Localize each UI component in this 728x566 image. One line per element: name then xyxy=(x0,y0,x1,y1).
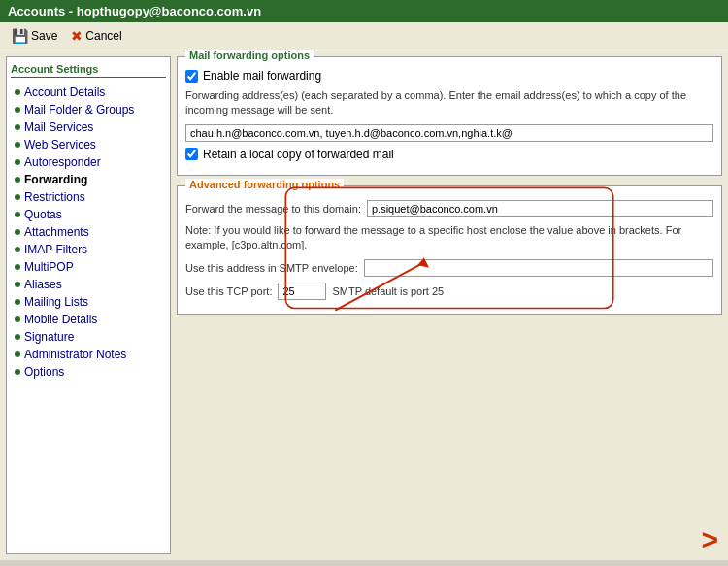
sidebar-item-mail-services[interactable]: Mail Services xyxy=(11,118,166,136)
sidebar-item-mailing-lists[interactable]: Mailing Lists xyxy=(11,293,166,311)
window-title: Accounts - hopthugopy@baconco.com.vn xyxy=(8,4,261,18)
sidebar-item-label: Quotas xyxy=(24,208,62,221)
content-area: Mail forwarding options Enable mail forw… xyxy=(177,56,722,554)
envelope-input[interactable] xyxy=(364,259,713,277)
advanced-forwarding-title: Advanced forwarding options xyxy=(185,179,344,190)
sidebar-item-imap-filters[interactable]: IMAP Filters xyxy=(11,241,166,258)
tcp-row: Use this TCP port: SMTP default is port … xyxy=(185,283,713,300)
smtp-note: SMTP default is port 25 xyxy=(332,285,444,297)
sidebar-item-options[interactable]: Options xyxy=(11,363,166,381)
advanced-note: Note: If you would like to forward the m… xyxy=(185,223,713,253)
enable-forwarding-label[interactable]: Enable mail forwarding xyxy=(203,69,321,83)
mail-forwarding-title: Mail forwarding options xyxy=(185,50,314,61)
bullet-icon xyxy=(15,194,20,200)
sidebar-item-label: Mailing Lists xyxy=(24,295,88,309)
sidebar-item-web-services[interactable]: Web Services xyxy=(11,136,166,153)
sidebar-item-label: Mail Folder & Groups xyxy=(24,103,134,117)
next-icon: > xyxy=(701,523,718,555)
sidebar-item-signature[interactable]: Signature xyxy=(11,328,166,346)
bullet-icon xyxy=(15,229,20,235)
sidebar-item-quotas[interactable]: Quotas xyxy=(11,206,166,223)
envelope-label: Use this address in SMTP envelope: xyxy=(185,262,358,274)
bullet-icon xyxy=(15,177,20,183)
sidebar-item-mobile-details[interactable]: Mobile Details xyxy=(11,311,166,328)
sidebar-item-label: MultiPOP xyxy=(24,260,74,274)
cancel-icon: ✖ xyxy=(71,28,83,44)
retain-copy-checkbox[interactable] xyxy=(185,148,198,160)
bullet-icon xyxy=(15,89,20,95)
retain-copy-row: Retain a local copy of forwarded mail xyxy=(185,148,713,161)
envelope-row: Use this address in SMTP envelope: xyxy=(185,259,713,277)
sidebar-item-label: Web Services xyxy=(24,138,96,151)
bullet-icon xyxy=(15,124,20,130)
domain-label: Forward the message to this domain: xyxy=(185,203,361,215)
bullet-icon xyxy=(15,369,20,375)
toolbar: 💾 Save ✖ Cancel xyxy=(0,22,728,50)
sidebar-item-label: Mobile Details xyxy=(24,313,97,326)
sidebar-item-mail-folder-&-groups[interactable]: Mail Folder & Groups xyxy=(11,101,166,118)
save-icon: 💾 xyxy=(12,28,28,44)
sidebar-item-autoresponder[interactable]: Autoresponder xyxy=(11,153,166,171)
domain-row: Forward the message to this domain: xyxy=(185,200,713,217)
sidebar-item-multipop[interactable]: MultiPOP xyxy=(11,258,166,276)
forwarding-addresses-input[interactable] xyxy=(185,124,713,142)
sidebar-title: Account Settings xyxy=(11,63,166,78)
bullet-icon xyxy=(15,159,20,165)
bullet-icon xyxy=(15,334,20,340)
mail-forwarding-section: Mail forwarding options Enable mail forw… xyxy=(177,56,722,176)
sidebar-item-label: Mail Services xyxy=(24,120,93,134)
sidebar-item-label: Aliases xyxy=(24,278,62,291)
sidebar-item-account-details[interactable]: Account Details xyxy=(11,83,166,101)
tcp-label: Use this TCP port: xyxy=(185,285,272,297)
sidebar-item-label: Administrator Notes xyxy=(24,348,126,361)
advanced-forwarding-section: Advanced forwarding options Forward the … xyxy=(177,185,722,315)
sidebar-item-label: Forwarding xyxy=(24,173,87,186)
save-button[interactable]: 💾 Save xyxy=(8,26,61,46)
bullet-icon xyxy=(15,351,20,357)
bullet-icon xyxy=(15,299,20,305)
main-area: Account Settings Account DetailsMail Fol… xyxy=(0,50,728,560)
next-button[interactable]: > xyxy=(701,523,718,556)
bullet-icon xyxy=(15,212,20,217)
cancel-label: Cancel xyxy=(85,29,121,43)
bullet-icon xyxy=(15,264,20,270)
bullet-icon xyxy=(15,316,20,322)
bullet-icon xyxy=(15,247,20,252)
sidebar-item-label: Attachments xyxy=(24,225,89,239)
sidebar-item-label: Options xyxy=(24,365,64,379)
sidebar-item-label: Autoresponder xyxy=(24,155,101,169)
retain-copy-label[interactable]: Retain a local copy of forwarded mail xyxy=(203,148,394,161)
bullet-icon xyxy=(15,282,20,287)
sidebar-item-aliases[interactable]: Aliases xyxy=(11,276,166,293)
bullet-icon xyxy=(15,107,20,113)
sidebar-item-attachments[interactable]: Attachments xyxy=(11,223,166,241)
sidebar-item-administrator-notes[interactable]: Administrator Notes xyxy=(11,346,166,363)
cancel-button[interactable]: ✖ Cancel xyxy=(67,26,125,46)
title-bar: Accounts - hopthugopy@baconco.com.vn xyxy=(0,0,728,22)
tcp-input[interactable] xyxy=(278,283,326,300)
sidebar-item-label: IMAP Filters xyxy=(24,243,87,256)
save-label: Save xyxy=(31,29,57,43)
sidebar-item-label: Signature xyxy=(24,330,74,344)
bullet-icon xyxy=(15,142,20,148)
enable-forwarding-checkbox[interactable] xyxy=(185,70,198,83)
sidebar: Account Settings Account DetailsMail Fol… xyxy=(6,56,171,554)
forwarding-desc: Forwarding address(es) (each separated b… xyxy=(185,88,713,118)
domain-input[interactable] xyxy=(367,200,713,217)
enable-forwarding-row: Enable mail forwarding xyxy=(185,69,713,83)
sidebar-item-label: Restrictions xyxy=(24,190,85,204)
sidebar-item-label: Account Details xyxy=(24,85,105,99)
sidebar-item-forwarding[interactable]: Forwarding xyxy=(11,171,166,188)
sidebar-item-restrictions[interactable]: Restrictions xyxy=(11,188,166,206)
